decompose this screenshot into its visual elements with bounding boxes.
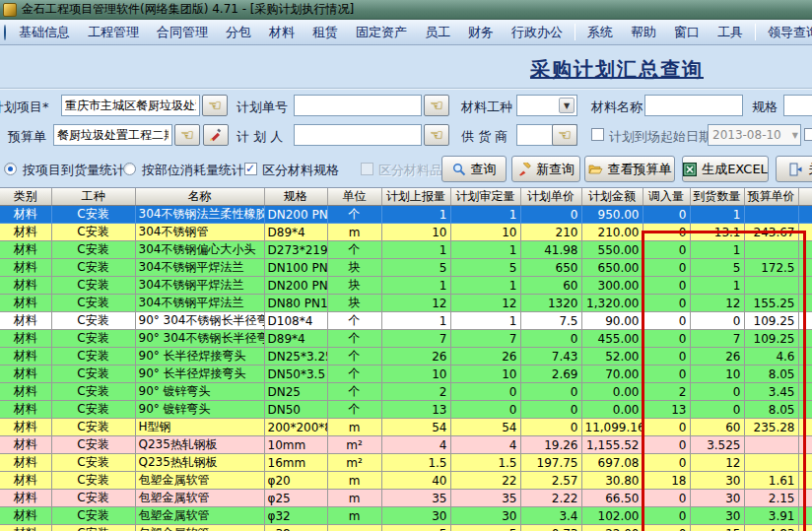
radio-by-project-arrival[interactable] bbox=[4, 163, 17, 175]
table-cell[interactable]: 22.00 bbox=[581, 525, 643, 531]
table-cell[interactable]: 0 bbox=[520, 401, 581, 419]
table-cell[interactable]: 8.05 bbox=[744, 401, 798, 419]
table-row[interactable]: 材料C安装90° 长半径焊接弯头DN25*3.25个26267.4352.000… bbox=[0, 348, 812, 365]
table-cell[interactable]: 材料 bbox=[0, 365, 51, 383]
table-cell[interactable]: 7 bbox=[450, 330, 520, 348]
table-cell[interactable]: C安装 bbox=[51, 330, 135, 348]
table-cell[interactable]: D108*4 bbox=[264, 312, 327, 330]
close-button[interactable]: 关 bbox=[776, 156, 812, 182]
table-cell[interactable]: 1 bbox=[450, 312, 520, 330]
table-cell[interactable]: 70.00 bbox=[581, 365, 643, 383]
table-row[interactable]: 材料C安装304不锈钢偏心大小头D273*219个1141.98550.0001 bbox=[0, 241, 812, 259]
table-cell[interactable]: 90.00 bbox=[581, 312, 643, 330]
table-cell[interactable]: 30 bbox=[450, 507, 520, 525]
table-cell[interactable]: 30 bbox=[690, 472, 744, 490]
table-cell[interactable]: 7.43 bbox=[520, 348, 581, 365]
make-excel-button[interactable]: 生成EXCEL bbox=[682, 156, 769, 182]
table-cell[interactable]: 材料 bbox=[0, 419, 51, 436]
table-cell[interactable]: 1,155.52 bbox=[581, 436, 643, 454]
table-cell[interactable]: φ20 bbox=[264, 472, 327, 490]
table-cell[interactable]: D89*4 bbox=[264, 330, 327, 348]
query-button[interactable]: 查询 bbox=[441, 156, 507, 182]
table-cell[interactable]: C安装 bbox=[51, 454, 135, 472]
table-cell[interactable]: 5 bbox=[381, 525, 450, 531]
table-cell[interactable]: 304不锈钢管 bbox=[135, 224, 264, 241]
table-cell[interactable]: 3.45 bbox=[744, 383, 798, 401]
table-row[interactable]: 材料C安装包塑金属软管φ32m30303.4102.000303.91 bbox=[0, 507, 812, 525]
table-cell[interactable]: 包塑金属软管 bbox=[135, 525, 264, 531]
table-cell[interactable]: 90° 镀锌弯头 bbox=[135, 401, 264, 419]
table-cell[interactable] bbox=[744, 436, 798, 454]
menu-item[interactable]: 帮助 bbox=[622, 21, 665, 44]
table-cell[interactable]: 1 bbox=[381, 277, 450, 295]
table-cell[interactable]: φ32 bbox=[264, 507, 327, 525]
table-row[interactable]: 材料C安装90° 镀锌弯头DN25个2000.00203.45 bbox=[0, 383, 812, 401]
table-cell[interactable]: C安装 bbox=[51, 419, 135, 436]
table-cell[interactable]: 90° 304不锈钢长半径弯 bbox=[135, 312, 264, 330]
table-cell[interactable]: 41.98 bbox=[520, 241, 581, 259]
menu-item[interactable]: 工程管理 bbox=[79, 21, 148, 44]
table-cell[interactable]: DN100 PN1.0 bbox=[264, 259, 327, 277]
table-cell[interactable]: 块 bbox=[327, 259, 381, 277]
arrival-date-select[interactable]: 2013-08-10 ▼ bbox=[708, 124, 801, 146]
table-cell[interactable]: 12 bbox=[450, 295, 520, 312]
table-cell[interactable]: D273*219 bbox=[264, 241, 327, 259]
supplier-picker-button[interactable]: ☜ bbox=[552, 124, 577, 146]
menu-item[interactable]: 合同管理 bbox=[148, 21, 217, 44]
table-cell[interactable]: 13 bbox=[643, 401, 690, 419]
planner-picker-button[interactable]: ☜ bbox=[424, 124, 449, 146]
table-cell[interactable]: 304不锈钢偏心大小头 bbox=[135, 241, 264, 259]
plan-no-input[interactable] bbox=[294, 95, 422, 116]
table-cell[interactable]: D89*4 bbox=[264, 224, 327, 241]
table-cell[interactable]: 8.05 bbox=[744, 365, 798, 383]
table-cell[interactable]: 52.00 bbox=[581, 348, 643, 365]
table-cell[interactable]: 0 bbox=[690, 401, 744, 419]
table-cell[interactable]: 12 bbox=[690, 295, 744, 312]
table-cell[interactable]: 304不锈钢平焊法兰 bbox=[135, 295, 264, 312]
table-cell[interactable]: 1 bbox=[381, 206, 450, 224]
table-cell[interactable]: 1 bbox=[690, 241, 744, 259]
table-cell[interactable]: 155.25 bbox=[744, 295, 798, 312]
table-cell[interactable]: m bbox=[327, 419, 381, 436]
table-cell[interactable]: 0 bbox=[643, 277, 690, 295]
table-cell[interactable]: 15 bbox=[690, 525, 744, 531]
table-cell[interactable]: 0 bbox=[643, 224, 690, 241]
table-cell[interactable]: 304不锈钢法兰柔性橡胶 bbox=[135, 206, 264, 224]
table-cell[interactable]: 材料 bbox=[0, 436, 51, 454]
table-cell[interactable]: 35 bbox=[450, 490, 520, 507]
table-cell[interactable]: DN80 PN1.0 bbox=[264, 295, 327, 312]
table-cell[interactable]: 材料 bbox=[0, 259, 51, 277]
menu-item[interactable]: 领导查询 bbox=[759, 21, 812, 44]
table-cell[interactable]: 10 bbox=[381, 365, 450, 383]
table-cell[interactable]: C安装 bbox=[51, 507, 135, 525]
table-cell[interactable]: 10 bbox=[690, 365, 744, 383]
table-cell[interactable]: DN25 bbox=[264, 383, 327, 401]
table-cell[interactable]: 4 bbox=[381, 436, 450, 454]
table-cell[interactable]: DN25*3.25 bbox=[264, 348, 327, 365]
table-row[interactable]: 材料C安装304不锈钢平焊法兰DN80 PN1.0块121213201,320.… bbox=[0, 295, 812, 312]
table-cell[interactable]: 1 bbox=[450, 241, 520, 259]
table-cell[interactable]: 材料 bbox=[0, 295, 51, 312]
table-cell[interactable]: 172.5 bbox=[744, 259, 798, 277]
table-cell[interactable]: 材料 bbox=[0, 312, 51, 330]
table-cell[interactable]: 0 bbox=[643, 454, 690, 472]
table-cell[interactable]: 2.69 bbox=[520, 365, 581, 383]
table-cell[interactable]: 材料 bbox=[0, 401, 51, 419]
table-cell[interactable]: 包塑金属软管 bbox=[135, 472, 264, 490]
table-cell[interactable]: 0 bbox=[643, 330, 690, 348]
table-cell[interactable]: 30 bbox=[690, 507, 744, 525]
distinguish-spec-checkbox[interactable] bbox=[244, 163, 257, 175]
table-cell[interactable]: 个 bbox=[327, 312, 381, 330]
table-cell[interactable]: 4 bbox=[450, 436, 520, 454]
table-cell[interactable]: 22 bbox=[450, 472, 520, 490]
table-cell[interactable]: DN200 PN1.0 bbox=[264, 277, 327, 295]
table-cell[interactable]: C安装 bbox=[51, 241, 135, 259]
table-cell[interactable]: 个 bbox=[327, 330, 381, 348]
table-cell[interactable]: 455.00 bbox=[581, 330, 643, 348]
table-cell[interactable]: 1.5 bbox=[381, 454, 450, 472]
table-cell[interactable]: 10mm bbox=[264, 436, 327, 454]
table-cell[interactable]: 12 bbox=[690, 454, 744, 472]
table-cell[interactable]: 200*200*8* bbox=[264, 419, 327, 436]
table-cell[interactable]: C安装 bbox=[51, 277, 135, 295]
table-cell[interactable]: 材料 bbox=[0, 507, 51, 525]
